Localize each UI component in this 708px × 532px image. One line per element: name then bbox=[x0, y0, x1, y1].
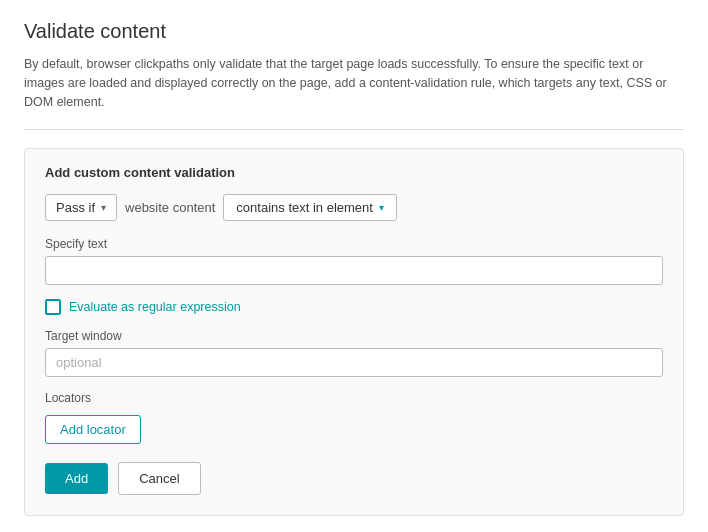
chevron-down-icon: ▾ bbox=[101, 202, 106, 213]
evaluate-checkbox-row: Evaluate as regular expression bbox=[45, 299, 663, 315]
add-locator-button[interactable]: Add locator bbox=[45, 415, 141, 444]
locators-label: Locators bbox=[45, 391, 663, 405]
evaluate-checkbox[interactable] bbox=[45, 299, 61, 315]
target-window-group: Target window bbox=[45, 329, 663, 377]
card-title: Add custom content validation bbox=[45, 165, 663, 180]
specify-text-group: Specify text bbox=[45, 237, 663, 285]
target-window-input[interactable] bbox=[45, 348, 663, 377]
pass-if-label: Pass if bbox=[56, 200, 95, 215]
description: By default, browser clickpaths only vali… bbox=[24, 55, 684, 111]
contains-dropdown[interactable]: contains text in element ▾ bbox=[223, 194, 397, 221]
chevron-down-icon-teal: ▾ bbox=[379, 202, 384, 213]
action-row: Add Cancel bbox=[45, 462, 663, 495]
card: Add custom content validation Pass if ▾ … bbox=[24, 148, 684, 516]
add-locator-container: Add locator bbox=[45, 415, 663, 462]
page-title: Validate content bbox=[24, 20, 684, 43]
divider bbox=[24, 129, 684, 130]
cancel-button[interactable]: Cancel bbox=[118, 462, 200, 495]
condition-row: Pass if ▾ website content contains text … bbox=[45, 194, 663, 221]
contains-label: contains text in element bbox=[236, 200, 373, 215]
page-container: Validate content By default, browser cli… bbox=[0, 0, 708, 532]
target-window-label: Target window bbox=[45, 329, 663, 343]
add-button[interactable]: Add bbox=[45, 463, 108, 494]
website-content-label: website content bbox=[125, 200, 215, 215]
specify-text-label: Specify text bbox=[45, 237, 663, 251]
specify-text-input[interactable] bbox=[45, 256, 663, 285]
pass-if-dropdown[interactable]: Pass if ▾ bbox=[45, 194, 117, 221]
evaluate-label: Evaluate as regular expression bbox=[69, 300, 241, 314]
